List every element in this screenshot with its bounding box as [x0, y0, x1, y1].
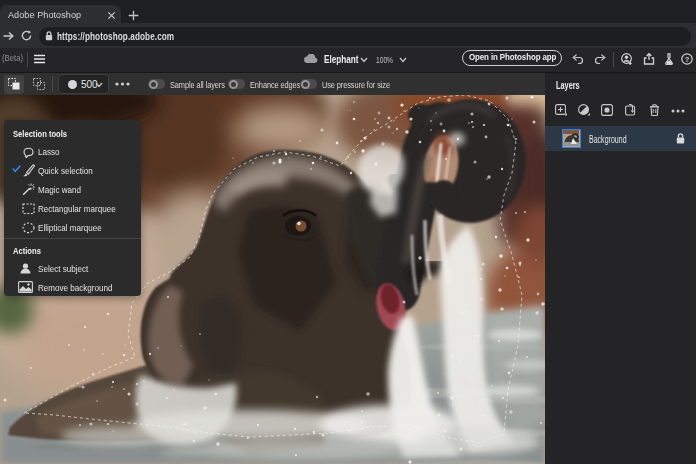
svg-text:?: ? — [685, 55, 690, 64]
